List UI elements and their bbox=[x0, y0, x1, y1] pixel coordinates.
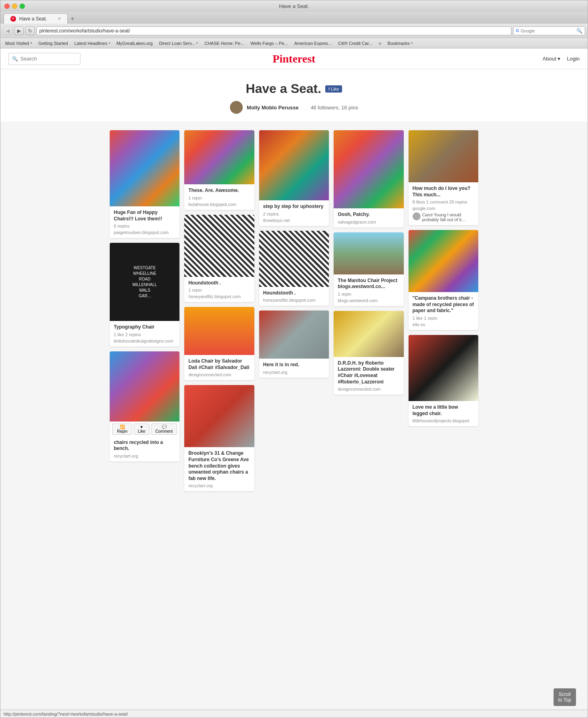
login-link[interactable]: Login bbox=[567, 56, 580, 62]
pin-image bbox=[259, 130, 329, 200]
pin-info: Here it is in red. recyclart.org bbox=[259, 359, 329, 378]
pinterest-logo[interactable]: Pinterest bbox=[273, 52, 316, 65]
pin-repins: 8 likes 1 comment 26 repins bbox=[413, 200, 474, 204]
pin-info: The Manitou Chair Project blogs.westword… bbox=[334, 274, 403, 306]
pins-column-4: Oooh, Patchy. salvagedgrace.com The Mani… bbox=[334, 130, 403, 395]
pin-source: threeboys.net bbox=[263, 218, 325, 223]
bookmark-bookmarks[interactable]: Bookmarks ▾ bbox=[385, 40, 415, 46]
pins-column-1: Huge Fan of Happy Chairs!!! Love them!! … bbox=[110, 130, 179, 462]
pin-info: These. Are. Awesome. 1 repin butahouse.b… bbox=[184, 184, 254, 210]
pin-info: How much do I love you? This much... 8 l… bbox=[409, 182, 478, 225]
pin-image bbox=[184, 385, 254, 447]
maximize-button[interactable] bbox=[20, 4, 25, 9]
refresh-button[interactable]: ↻ bbox=[25, 26, 35, 35]
pin-image bbox=[259, 231, 329, 287]
pin-source: designconnected.com bbox=[188, 372, 250, 377]
pin-repins: 1 repin bbox=[188, 196, 250, 200]
minimize-button[interactable] bbox=[12, 4, 17, 9]
pin-campana: "Campana brothers chair - made of recycl… bbox=[409, 230, 478, 330]
pin-info: Oooh, Patchy. salvagedgrace.com bbox=[334, 208, 403, 228]
pin-image bbox=[334, 232, 403, 274]
pin-source: paigeknudsen.blogspot.com bbox=[114, 230, 175, 235]
bookmark-latest-headlines[interactable]: Latest Headlines ▾ bbox=[72, 40, 113, 46]
bookmark-arrow: ▾ bbox=[109, 41, 110, 45]
pin-repins: 1 like 2 repins bbox=[114, 332, 175, 337]
pin-repins: 1 repin bbox=[188, 288, 250, 292]
pin-info: Typography Chair 1 like 2 repins british… bbox=[110, 321, 179, 347]
address-bar[interactable]: pinterest.com/workofartstudio/have-a-sea… bbox=[36, 26, 511, 35]
window-controls bbox=[4, 4, 25, 9]
browser-window: Have a Seat. P Have a Seat. ✕ + ◀ ▶ ↻ pi… bbox=[0, 0, 588, 718]
google-icon: G bbox=[516, 28, 519, 33]
pin-title: Love me a little bow legged chair. bbox=[413, 404, 474, 417]
pin-info: "Campana brothers chair - made of recycl… bbox=[409, 292, 478, 330]
tab-close-button[interactable]: ✕ bbox=[58, 16, 61, 21]
bookmark-citi[interactable]: Citi® Credit Car... bbox=[336, 40, 375, 46]
bookmark-direct-loan[interactable]: Direct Loan Serv... ▾ bbox=[157, 40, 200, 46]
bookmark-getting-started[interactable]: Getting Started bbox=[36, 40, 70, 46]
bookmark-most-visited[interactable]: Most Visited ▾ bbox=[3, 40, 34, 46]
pin-source: recyclart.org bbox=[114, 454, 175, 458]
bookmark-label: Latest Headlines bbox=[75, 41, 107, 46]
pin-brooklyn: Brooklyn's 31 & Change Furniture Co's Gr… bbox=[184, 385, 254, 491]
bookmark-more[interactable]: » bbox=[376, 40, 383, 46]
tab-favicon: P bbox=[10, 16, 16, 22]
pin-source: recyclart.org bbox=[188, 483, 250, 488]
pin-houndstooth-2: Houndstooth . honeyandfitz.blogspot.com bbox=[259, 231, 329, 306]
nav-bar: ◀ ▶ ↻ pinterest.com/workofartstudio/have… bbox=[0, 24, 588, 38]
pin-title: How much do I love you? This much... bbox=[413, 186, 474, 198]
search-input[interactable] bbox=[20, 56, 77, 62]
bookmark-wells-fargo[interactable]: Wells Fargo – Pe... bbox=[248, 40, 290, 46]
search-box[interactable]: 🔍 bbox=[8, 53, 81, 65]
board-header: Have a Seat. f Like Molly Moblo Perusse … bbox=[0, 69, 588, 122]
pin-drdh: D.R.D.H. by Roberto Lazzeroni: Double se… bbox=[334, 311, 403, 395]
bookmark-label: American Expres... bbox=[294, 41, 332, 46]
pin-image bbox=[259, 311, 329, 359]
search-icon: 🔍 bbox=[576, 28, 582, 34]
user-name[interactable]: Molly Moblo Perusse bbox=[247, 105, 298, 111]
back-button[interactable]: ◀ bbox=[3, 26, 12, 35]
new-tab-button[interactable]: + bbox=[68, 14, 77, 24]
browser-search-input[interactable] bbox=[521, 28, 575, 33]
pin-happy-chairs: Huge Fan of Happy Chairs!!! Love them!! … bbox=[110, 130, 179, 238]
scroll-to-top-button[interactable]: Scrollto Top bbox=[554, 688, 576, 706]
pin-source: honeyandfitz.blogspot.com bbox=[263, 298, 325, 303]
pin-source: littlehouseofprojects.blogspot bbox=[413, 418, 474, 423]
pin-image bbox=[409, 130, 478, 182]
browser-search-bar[interactable]: G 🔍 bbox=[513, 26, 585, 35]
pin-loda-chair: Loda Chair by Salvador Dali #Chair #Salv… bbox=[184, 307, 254, 380]
bookmark-american-express[interactable]: American Expres... bbox=[292, 40, 334, 46]
bookmark-label: Citi® Credit Car... bbox=[338, 41, 373, 46]
followers-info: 46 followers, 16 pins bbox=[310, 105, 358, 111]
forward-button[interactable]: ▶ bbox=[14, 26, 24, 35]
status-url: http://pinterest.com/landing/?next=/work… bbox=[4, 712, 128, 716]
pin-source: elle.es bbox=[413, 322, 474, 327]
header-nav: About ▾ Login bbox=[543, 56, 580, 62]
pin-source: butahouse.blogspot.com bbox=[188, 202, 250, 207]
like-button[interactable]: ♥ Like bbox=[134, 424, 149, 435]
repin-button[interactable]: 🔁 Repin bbox=[112, 424, 132, 435]
active-tab[interactable]: P Have a Seat. ✕ bbox=[4, 13, 68, 24]
about-link[interactable]: About ▾ bbox=[543, 56, 561, 62]
pin-title: Huge Fan of Happy Chairs!!! Love them!! bbox=[114, 210, 175, 222]
pin-typography-chair: WESTGATEWHEELLINEROADMILLENHALLWALSGAR..… bbox=[110, 243, 179, 347]
comment-button[interactable]: 💬 Comment bbox=[151, 424, 177, 435]
masonry-grid: Huge Fan of Happy Chairs!!! Love them!! … bbox=[110, 130, 478, 491]
pin-info: D.R.D.H. by Roberto Lazzeroni: Double se… bbox=[334, 357, 403, 395]
site-header: 🔍 Pinterest About ▾ Login bbox=[0, 48, 588, 69]
pin-repins: 1 repin bbox=[338, 292, 399, 296]
bookmarks-bar: Most Visited ▾ Getting Started Latest He… bbox=[0, 38, 588, 48]
commenter-avatar bbox=[413, 212, 421, 220]
pin-source: blogs.westword.com bbox=[338, 298, 399, 303]
pin-image bbox=[409, 335, 478, 401]
bookmark-chase[interactable]: CHASE Home: Pe... bbox=[202, 40, 246, 46]
pin-image bbox=[184, 215, 254, 277]
pin-title: step by step for uphostery bbox=[263, 204, 325, 210]
pin-step-upholstery: step by step for uphostery 2 repins thre… bbox=[259, 130, 329, 226]
board-title: Have a Seat. f Like bbox=[0, 81, 588, 96]
page-content: 🔍 Pinterest About ▾ Login Have a Seat. f… bbox=[0, 48, 588, 710]
like-button[interactable]: f Like bbox=[325, 85, 342, 93]
close-button[interactable] bbox=[4, 4, 10, 9]
bookmark-mygreatlakes[interactable]: MyGreatLakes.org bbox=[114, 40, 155, 46]
pin-info: step by step for uphostery 2 repins thre… bbox=[259, 200, 329, 226]
